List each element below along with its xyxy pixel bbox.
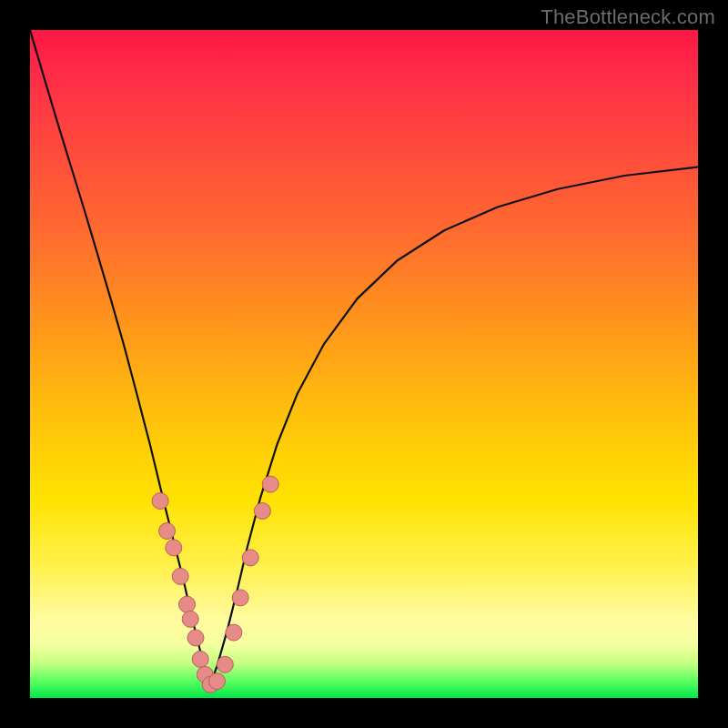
scatter-dot (217, 656, 233, 672)
scatter-dot (187, 630, 204, 646)
watermark-text: TheBottleneck.com (541, 5, 715, 29)
scatter-dot (242, 550, 258, 566)
curve-layer (30, 30, 698, 698)
scatter-dot (209, 673, 226, 690)
scatter-dot (232, 590, 248, 606)
bottleneck-curve (30, 30, 698, 684)
scatter-dot (226, 624, 242, 641)
scatter-dot (159, 523, 176, 540)
scatter-dot (172, 568, 188, 584)
scatter-dot (166, 540, 182, 556)
chart-frame: TheBottleneck.com (0, 0, 728, 728)
plot-area (30, 30, 698, 698)
scatter-dots (152, 476, 278, 693)
scatter-dot (182, 611, 198, 627)
scatter-dot (152, 493, 168, 510)
scatter-dot (192, 651, 208, 667)
scatter-dot (262, 476, 278, 492)
scatter-dot (179, 596, 196, 612)
scatter-dot (254, 503, 270, 520)
